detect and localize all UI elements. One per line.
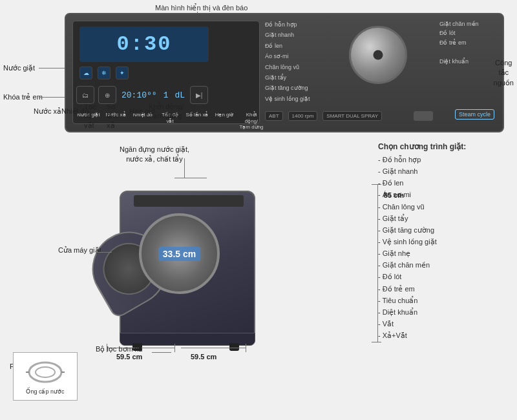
panel-label-annotation: Màn hình hiển thị và đèn báo [155,3,248,12]
line-cuamay [96,252,112,253]
rpm-badge: 1400 rpm [288,111,318,121]
steam-badge: Steam cycle [455,109,494,120]
rprog-spacer: . [439,47,498,56]
prog-1: Đồ hỗn hợp [265,19,349,30]
rprog-2: Đồ lót [439,28,498,37]
congtac-annotation: Côngtắcnguồn [494,58,514,88]
dim-line-h2 [181,348,246,348]
power-button[interactable] [414,111,433,121]
line-khoatreem [39,97,65,98]
lbl-khoidong: Khởi động/ Tạm dừng [239,112,264,131]
prog-4: Áo sơ-mi [265,51,349,61]
rprog-3: Đồ trẻ em [439,38,498,47]
boloc-annotation: Bộ lọc bơm xả [96,344,143,353]
hose-svg [23,358,68,387]
nuocxa-annotation: Nước xả [34,107,61,116]
smart-badge: SMART DUAL SPRAY [322,111,382,121]
prog-sel-list: - Đồ hỗn hợp - Giặt nhanh - Đồ len - Áo … [378,154,504,341]
drum: 33.5 cm [139,213,220,294]
controls-row: 🗂 ⊕ 20:10⁰⁰ 1 dL ▶| [76,86,257,104]
indicator-1: ☁ [79,67,92,79]
dim-v-r1 [246,344,246,352]
khoidong-annotation: Khởi động/Tạm dừng [149,102,184,121]
prog-7: Giặt tăng cường [265,83,349,93]
prog-sel-title: Chọn chương trình giặt: [378,142,504,151]
prog-8: Vệ sinh lồng giặt [265,94,349,104]
solanxa-annotation: Sốlầnxả [107,102,117,130]
count-display: 1 [162,90,170,100]
program-selection: Chọn chương trình giặt: - Đồ hỗn hợp - G… [378,142,504,341]
nuocgiat-annotation: Nước giặt [3,63,35,72]
indicator-row: ☁ ❄ ✦ [79,67,254,79]
line-ngan-v [184,158,185,178]
lbl-hengio: Hẹn giờ [212,112,237,118]
dl-display: dL [173,90,186,100]
cuamay-annotation: Cửa máy giặt [58,246,101,255]
abt-badge: ABT [265,111,283,121]
fan-btn[interactable]: ⊕ [98,86,116,104]
leg-right [229,343,239,351]
prog-2: Giặt nhanh [265,30,349,40]
dial-knob[interactable] [349,26,407,84]
doc-btn[interactable]: 🗂 [76,86,94,104]
abt-row: ABT 1400 rpm SMART DUAL SPRAY [265,111,382,121]
machine-wrapper: 33.5 cm [103,181,258,346]
ong-cap-label: Ống cấp nước [26,388,64,395]
khoatreem-annotation: Khóa trẻ em [3,92,43,101]
svg-point-0 [29,362,61,382]
lcd-time: 0:30 [117,32,172,56]
indicator-2: ❄ [98,67,111,79]
svg-point-1 [36,367,55,377]
dim-width2: 59.5 cm [191,352,216,361]
left-program-list: Đồ hỗn hợp Giặt nhanh Đồ len Áo sơ-mi Ch… [265,19,349,104]
machine-display-strip [134,195,244,207]
tocdo-annotation: Tốcđộvắt [84,102,96,130]
indicator-3: ✦ [116,67,129,79]
prog-5: Chăn lông vũ [265,62,349,72]
right-program-list: Giặt chăn mền Đồ lót Đồ trẻ em . Diệt kh… [439,19,498,66]
line-ngan-h [174,178,207,178]
line-nuocgiat [39,68,65,68]
main-container: Màn hình hiển thị và đèn báo 0:30 ☁ ❄ ✦ … [0,0,517,420]
temp-display: 20:10⁰⁰ [120,90,158,100]
dim-line-bot [372,342,381,342]
play-btn[interactable]: ▶| [190,86,208,104]
rprog-1: Giặt chăn mền [439,19,498,28]
line-boloc [152,352,171,353]
lcd-display: 0:30 [79,26,209,62]
ngan-annotation: Ngăn đựng nước giặt,nước xả, chất tẩy [120,145,189,165]
rprog-4: Diệt khuẩn [439,57,498,66]
dial-section: Đồ hỗn hợp Giặt nhanh Đồ len Áo sơ-mi Ch… [265,19,498,126]
prog-6: Giặt tẩy [265,72,349,83]
drum-size-label: 33.5 cm [158,247,200,261]
prog-3: Đồ len [265,41,349,51]
lbl-solanxa: Số lần xả [185,112,209,118]
accessories-box: Ống cấp nước [13,352,78,401]
dim-v-m1 [174,344,175,352]
